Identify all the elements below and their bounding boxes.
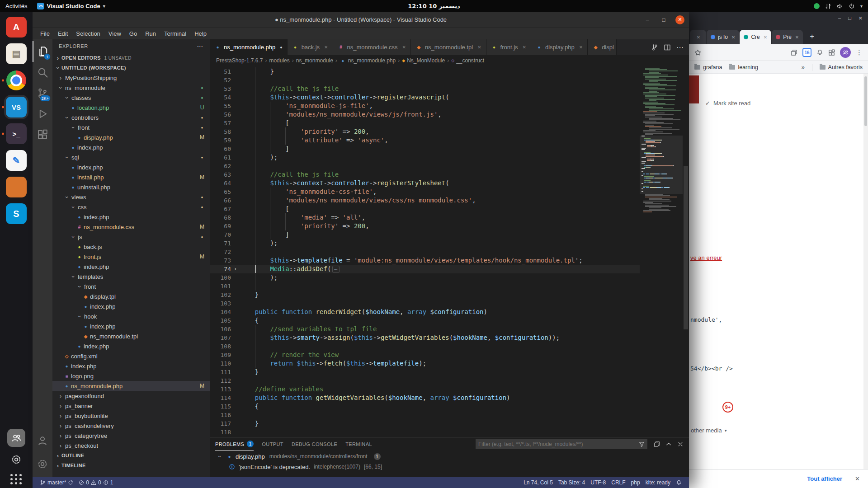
dock-item-users[interactable] [7, 429, 25, 447]
dock-item-jmeter[interactable] [6, 177, 27, 197]
dock-item-terminal[interactable]: >_ [6, 123, 27, 144]
menu-view[interactable]: View [104, 30, 125, 37]
dock-item-vscode[interactable]: VS [6, 97, 27, 117]
code-line[interactable]: 107 $this->smarty->assign($this->getWidg… [210, 333, 640, 342]
minimize-button[interactable]: – [643, 15, 652, 24]
outline-section[interactable]: › OUTLINE [52, 450, 210, 460]
tree-file[interactable]: ●location.phpU [52, 103, 210, 113]
activity-settings[interactable] [33, 454, 52, 474]
menu-terminal[interactable]: Terminal [160, 30, 190, 37]
close-tab-icon[interactable]: ✕ [731, 35, 735, 40]
fold-indicator-icon[interactable]: › [231, 265, 240, 273]
breadcrumb-item[interactable]: PrestaShop-1.7.6.7 [216, 57, 263, 64]
editor-tab[interactable]: #ns_monmodule.css✕ [333, 39, 411, 55]
code-line[interactable]: 64 $this->context->controller->registerS… [210, 179, 640, 188]
indentation[interactable]: Tab Size: 4 [556, 479, 588, 486]
maximize-button[interactable]: □ [848, 15, 851, 21]
dock-item-text-editor[interactable]: ✎ [6, 150, 27, 171]
browser-menu-icon[interactable]: ⋮ [856, 48, 863, 56]
notifications-icon[interactable] [816, 49, 823, 56]
code-line[interactable]: 72 [210, 248, 640, 256]
code-line[interactable]: 73 $this->templatefile = 'module:ns_monm… [210, 256, 640, 265]
code-line[interactable]: 113 //define variables [210, 385, 640, 394]
maximize-button[interactable]: □ [659, 15, 668, 24]
code-line[interactable]: 55 'ns_monmodule-js-file', [210, 102, 640, 110]
tree-file[interactable]: ●index.php [52, 301, 210, 311]
cursor-position[interactable]: Ln 74, Col 5 [521, 479, 556, 486]
editor-tab[interactable]: ●ns_monmodule.php● [210, 39, 288, 55]
open-in-editor-icon[interactable] [654, 441, 660, 447]
code-line[interactable]: 65 'ns_monmodule-css-file', [210, 188, 640, 196]
system-tray[interactable]: ▾ [460, 3, 868, 9]
focused-app-menu[interactable]: VS Visual Studio Code ▾ [37, 3, 105, 9]
mark-site-read-link[interactable]: ✓ Mark site read [705, 100, 750, 107]
code-line[interactable]: 74› Media::addJsDef(⋯ [210, 265, 640, 273]
tree-folder[interactable]: ›ps_buybuttonlite [52, 411, 210, 421]
editor-tab[interactable]: ◆displ [588, 39, 617, 55]
code-line[interactable]: 102 } [210, 291, 640, 299]
tree-folder[interactable]: ›ps_categorytree [52, 431, 210, 441]
tree-file[interactable]: ●ns_monmodule.phpM [52, 381, 210, 391]
tree-file[interactable]: ●index.php [52, 321, 210, 331]
minimap-slider[interactable] [640, 136, 683, 194]
branch-status[interactable]: master* [37, 477, 76, 488]
editor-tab[interactable]: ●display.php✕ [531, 39, 588, 55]
panel-tab-problems[interactable]: PROBLEMS1 [215, 437, 254, 451]
tree-file[interactable]: ●display.phpM [52, 132, 210, 142]
tree-file[interactable]: ●back.js [52, 242, 210, 252]
workspace-section[interactable]: › UNTITLED (WORKSPACE) [52, 63, 210, 73]
profile-avatar[interactable] [840, 47, 851, 58]
menu-help[interactable]: Help [190, 30, 211, 37]
code-line[interactable]: 100 ); [210, 273, 640, 282]
code-line[interactable]: 117 } [210, 419, 640, 428]
open-editors-section[interactable]: › OPEN EDITORS 1 UNSAVED [52, 53, 210, 63]
code-line[interactable]: 115 { [210, 402, 640, 411]
breadcrumb-item[interactable]: ◇__construct [451, 57, 484, 64]
close-button[interactable]: ✕ [675, 15, 684, 24]
dock-item-settings[interactable] [11, 454, 22, 467]
close-tab-icon[interactable]: ✕ [477, 45, 481, 50]
breadcrumb-item[interactable]: ns_monmodule [296, 57, 333, 64]
code-line[interactable]: 53 //call the js file [210, 84, 640, 93]
editor-tab[interactable]: ●front.js✕ [486, 39, 531, 55]
folded-code-ellipsis[interactable]: ⋯ [332, 266, 339, 273]
tree-folder[interactable]: ›ps_cashondelivery [52, 421, 210, 431]
tree-file[interactable]: ●index.php [52, 162, 210, 172]
menu-run[interactable]: Run [141, 30, 160, 37]
code-line[interactable]: 111 } [210, 368, 640, 376]
tree-file[interactable]: ◆ns_monmodule.tpl [52, 331, 210, 341]
code-line[interactable]: 112 [210, 376, 640, 385]
more-actions-icon[interactable]: ⋯ [676, 43, 684, 52]
tree-folder[interactable]: ›ns_monmodule● [52, 83, 210, 93]
show-all-downloads-button[interactable]: Tout afficher [807, 475, 842, 482]
titlebar[interactable]: ● ns_monmodule.php - Untitled (Workspace… [33, 12, 689, 28]
bookmark-folder[interactable]: grafana [694, 64, 722, 70]
code-line[interactable]: 116 [210, 411, 640, 419]
eol[interactable]: CRLF [609, 479, 628, 486]
code-line[interactable]: 57 [ [210, 119, 640, 127]
minimize-button[interactable]: – [838, 15, 841, 21]
code-line[interactable]: 104 public function renderWidget($hookNa… [210, 308, 640, 316]
problem-file-row[interactable]: › ● display.php modules/ns_monmodule/con… [210, 451, 689, 462]
tree-folder[interactable]: ›ps_checkout [52, 441, 210, 450]
tree-folder[interactable]: ›MyPositionShipping [52, 73, 210, 83]
open-changes-icon[interactable] [651, 44, 658, 51]
tree-folder[interactable]: ›hook [52, 311, 210, 321]
minimap[interactable] [640, 66, 683, 437]
editor-scrollbar[interactable] [683, 66, 689, 437]
panel-tab-debug-console[interactable]: DEBUG CONSOLE [292, 437, 337, 451]
activity-source-control[interactable]: 2K+ [33, 83, 52, 103]
code-line[interactable]: 110 return $this->fetch($this->templatef… [210, 359, 640, 368]
code-line[interactable]: 62 [210, 162, 640, 170]
close-tab-icon[interactable]: ✕ [402, 45, 406, 50]
dock-item-skype[interactable]: S [6, 203, 27, 224]
menu-go[interactable]: Go [125, 30, 141, 37]
code-line[interactable]: 70 ] [210, 230, 640, 239]
tree-folder[interactable]: ›ps_banner [52, 401, 210, 411]
browser-tab[interactable]: Pre✕ [772, 30, 803, 44]
tree-folder[interactable]: ›classes● [52, 93, 210, 103]
tree-file[interactable]: #ns_monmodule.cssM [52, 222, 210, 232]
dock-item-chrome[interactable] [6, 70, 27, 91]
code-line[interactable]: 114 public function getWidgetVariables($… [210, 394, 640, 402]
bookmark-folder[interactable]: learning [729, 64, 758, 70]
